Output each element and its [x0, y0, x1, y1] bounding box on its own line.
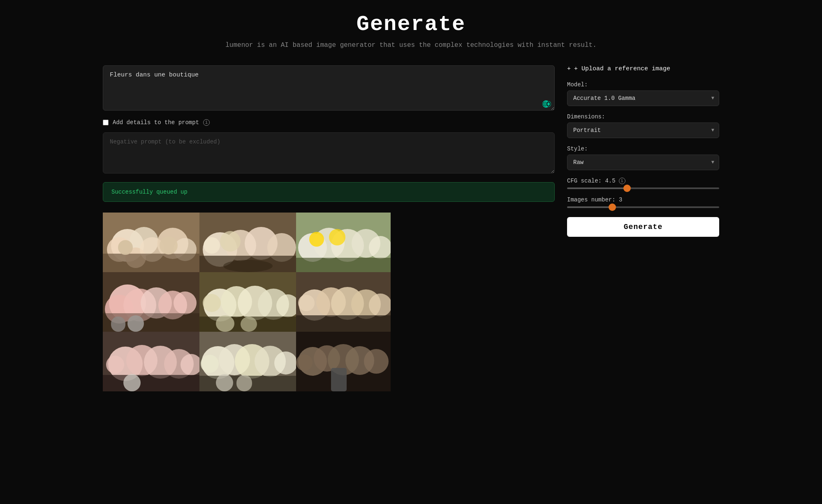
- add-details-checkbox[interactable]: [103, 120, 109, 125]
- page-subtitle: lumenor is an AI based image generator t…: [0, 42, 822, 49]
- svg-rect-67: [103, 375, 199, 391]
- success-message-box: Successfully queued up: [103, 182, 555, 202]
- svg-rect-50: [216, 315, 234, 332]
- model-dropdown-wrapper: Accurate 1.0 Gamma Creative 2.0 Photorea…: [567, 90, 719, 106]
- right-panel: + + Upload a reference image Model: Accu…: [567, 65, 719, 237]
- svg-rect-87: [331, 368, 347, 391]
- upload-reference-button[interactable]: + + Upload a reference image: [567, 65, 719, 72]
- svg-point-1: [544, 103, 546, 105]
- dimensions-select[interactable]: Portrait Landscape Square: [567, 123, 719, 138]
- image-cell-8[interactable]: [199, 332, 296, 391]
- image-cell-3[interactable]: [296, 213, 391, 272]
- add-details-info-icon[interactable]: i: [203, 119, 210, 126]
- image-results-section: [103, 213, 555, 391]
- svg-point-29: [309, 232, 324, 247]
- page-title: Generate: [0, 12, 822, 37]
- images-number-label: Images number: 3: [567, 197, 622, 203]
- generate-button[interactable]: Generate: [567, 217, 719, 237]
- style-dropdown-wrapper: Raw Cinematic Anime Digital Art ▼: [567, 155, 719, 170]
- image-cell-4[interactable]: [103, 272, 199, 332]
- left-panel: Fleurs dans une boutique Add details to …: [103, 65, 555, 391]
- model-label: Model:: [567, 81, 719, 88]
- svg-point-38: [174, 291, 197, 314]
- style-select[interactable]: Raw Cinematic Anime Digital Art: [567, 155, 719, 170]
- prompt-input[interactable]: Fleurs dans une boutique: [103, 65, 555, 111]
- negative-prompt-wrapper: [103, 132, 555, 176]
- svg-rect-59: [296, 315, 391, 332]
- image-cell-2[interactable]: [199, 213, 296, 272]
- svg-rect-41: [103, 313, 199, 332]
- svg-point-12: [160, 236, 178, 254]
- dimensions-dropdown-wrapper: Portrait Landscape Square ▼: [567, 123, 719, 138]
- images-number-label-row: Images number: 3: [567, 197, 719, 203]
- dimensions-section: Dimensions: Portrait Landscape Square ▼: [567, 113, 719, 138]
- svg-point-58: [298, 295, 315, 311]
- svg-point-11: [118, 240, 133, 255]
- image-cell-6[interactable]: [296, 272, 391, 332]
- success-text: Successfully queued up: [111, 189, 188, 195]
- svg-point-30: [329, 229, 345, 245]
- main-layout: Fleurs dans une boutique Add details to …: [0, 65, 822, 391]
- prompt-status-icon: [542, 100, 550, 108]
- style-section: Style: Raw Cinematic Anime Digital Art ▼: [567, 146, 719, 170]
- image-cell-7[interactable]: [103, 332, 199, 391]
- images-number-section: Images number: 3: [567, 197, 719, 208]
- svg-point-19: [204, 237, 220, 254]
- svg-rect-31: [296, 258, 391, 272]
- dimensions-label: Dimensions:: [567, 113, 719, 120]
- header: Generate lumenor is an AI based image ge…: [0, 12, 822, 49]
- cfg-scale-slider[interactable]: [567, 187, 719, 189]
- svg-point-75: [201, 355, 219, 373]
- style-label: Style:: [567, 146, 719, 152]
- svg-point-21: [223, 260, 273, 272]
- svg-point-18: [220, 231, 241, 252]
- upload-plus-icon: +: [567, 65, 571, 72]
- add-details-label[interactable]: Add details to the prompt: [113, 119, 199, 126]
- image-grid: [103, 213, 391, 391]
- negative-prompt-input[interactable]: [103, 132, 555, 173]
- svg-rect-10: [103, 254, 199, 272]
- cfg-scale-section: CFG scale: 4.5 i: [567, 178, 719, 189]
- cfg-scale-info-icon[interactable]: i: [619, 178, 625, 184]
- add-details-row: Add details to the prompt i: [103, 119, 555, 126]
- images-number-slider[interactable]: [567, 206, 719, 208]
- upload-reference-label: + Upload a reference image: [574, 65, 670, 72]
- svg-rect-77: [216, 374, 233, 391]
- cfg-scale-label: CFG scale: 4.5: [567, 178, 616, 184]
- image-cell-5[interactable]: [199, 272, 296, 332]
- svg-rect-68: [123, 374, 141, 391]
- image-cell-1[interactable]: [103, 213, 199, 272]
- svg-point-66: [106, 356, 124, 374]
- image-cell-9[interactable]: [296, 332, 391, 391]
- svg-point-48: [203, 294, 221, 312]
- svg-rect-78: [236, 375, 252, 391]
- prompt-wrapper: Fleurs dans une boutique: [103, 65, 555, 113]
- model-section: Model: Accurate 1.0 Gamma Creative 2.0 P…: [567, 81, 719, 106]
- page-wrapper: Generate lumenor is an AI based image ge…: [0, 0, 822, 408]
- cfg-scale-label-row: CFG scale: 4.5 i: [567, 178, 719, 184]
- svg-rect-51: [241, 317, 257, 332]
- model-select[interactable]: Accurate 1.0 Gamma Creative 2.0 Photorea…: [567, 90, 719, 106]
